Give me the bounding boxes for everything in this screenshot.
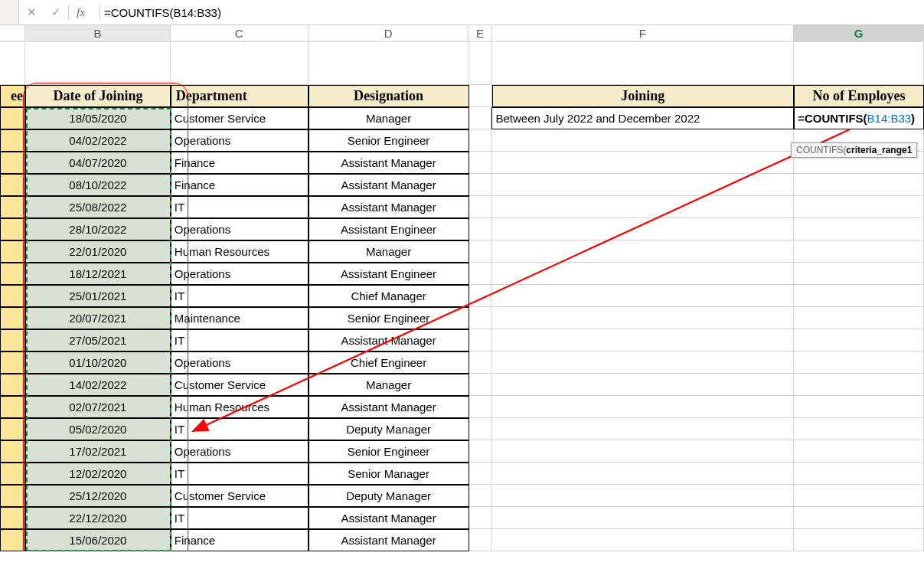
cell-employee[interactable] (0, 152, 25, 174)
cancel-button[interactable]: ✕ (19, 0, 44, 25)
cell-date[interactable]: 12/02/2020 (25, 463, 171, 485)
cell-date[interactable]: 25/01/2021 (25, 285, 171, 307)
cell-employee[interactable] (0, 174, 25, 196)
cell-date[interactable]: 28/10/2022 (25, 218, 171, 240)
cell-employee[interactable] (0, 440, 25, 463)
insert-function-button[interactable]: fx (69, 6, 100, 19)
cell-f[interactable] (491, 152, 794, 174)
col-header-c[interactable]: C (171, 25, 309, 42)
cell-desig[interactable]: Senior Engineer (309, 440, 469, 463)
cell-e-header[interactable] (469, 85, 492, 107)
cell-dept[interactable]: Operations (171, 218, 309, 240)
cell-dept[interactable]: Customer Service (171, 374, 309, 396)
cell-date[interactable]: 20/07/2021 (25, 307, 171, 329)
cell-dept[interactable]: IT (171, 329, 309, 351)
cell-f[interactable]: Between July 2022 and December 2022 (491, 107, 794, 129)
cell-e[interactable] (469, 485, 492, 507)
cell-g[interactable] (794, 418, 924, 440)
cell-g[interactable] (794, 196, 924, 218)
cell-g[interactable] (794, 329, 924, 351)
cell-employee[interactable] (0, 307, 25, 329)
cell-date[interactable]: 18/05/2020 (25, 107, 171, 129)
cell-e[interactable] (469, 285, 492, 307)
cell-f[interactable] (491, 463, 794, 485)
col-header-e[interactable]: E (469, 25, 491, 42)
col-header-d[interactable]: D (309, 25, 469, 42)
cell-e[interactable] (469, 218, 492, 240)
cell-f[interactable] (491, 307, 794, 329)
cell-employee[interactable] (0, 418, 25, 440)
cell-date[interactable]: 22/01/2020 (25, 240, 171, 263)
cell-desig[interactable]: Manager (309, 107, 469, 129)
cell-f[interactable] (491, 374, 794, 396)
cell-header-joining[interactable]: Joining (492, 85, 795, 107)
cell-date[interactable]: 02/07/2021 (25, 396, 171, 418)
cell-f[interactable] (491, 485, 794, 507)
cell-g[interactable] (794, 218, 924, 240)
cell-g[interactable] (794, 507, 924, 529)
cell-employee[interactable] (0, 463, 25, 485)
cell-header-employee[interactable]: ee (0, 85, 25, 107)
cell-g[interactable] (794, 351, 924, 374)
cell-e[interactable] (469, 263, 492, 285)
cell-dept[interactable]: Finance (171, 152, 309, 174)
cell-dept[interactable]: Customer Service (171, 107, 309, 129)
name-box[interactable] (0, 0, 19, 25)
cell-dept[interactable]: Finance (171, 529, 309, 551)
cell-desig[interactable]: Assistant Manager (309, 152, 469, 174)
cell-desig[interactable]: Assistant Manager (309, 196, 469, 218)
cell-dept[interactable]: IT (171, 418, 309, 440)
cell-dept[interactable]: Operations (171, 351, 309, 374)
cell-dept[interactable]: Human Resources (171, 240, 309, 263)
cell-f[interactable] (491, 418, 794, 440)
cell-f[interactable] (491, 507, 794, 529)
cell-f[interactable] (491, 240, 794, 263)
cell-f[interactable] (491, 196, 794, 218)
cell-date[interactable]: 04/07/2020 (25, 152, 171, 174)
cell-employee[interactable] (0, 351, 25, 374)
cell-desig[interactable]: Deputy Manager (309, 418, 469, 440)
cell-dept[interactable]: IT (171, 196, 309, 218)
cell-date[interactable]: 22/12/2020 (25, 507, 171, 529)
cell-header-date[interactable]: Date of Joining (25, 85, 171, 107)
cell-f[interactable] (491, 174, 794, 196)
cell-desig[interactable]: Assistant Manager (309, 174, 469, 196)
cell-dept[interactable]: IT (171, 463, 309, 485)
cell-g[interactable] (794, 463, 924, 485)
cell-employee[interactable] (0, 218, 25, 240)
cell-e[interactable] (469, 396, 492, 418)
cell-e[interactable] (469, 174, 492, 196)
cell-e[interactable] (469, 307, 492, 329)
cell-f[interactable] (491, 329, 794, 351)
cell-g[interactable] (794, 240, 924, 263)
cell-date[interactable]: 18/12/2021 (25, 263, 171, 285)
enter-button[interactable]: ✓ (44, 0, 68, 25)
cell-desig[interactable]: Assistant Manager (309, 329, 469, 351)
cell-e[interactable] (469, 529, 492, 551)
cell-g[interactable] (794, 440, 924, 463)
cell-desig[interactable]: Chief Engineer (309, 351, 469, 374)
col-header-f[interactable]: F (491, 25, 794, 42)
cell-employee[interactable] (0, 329, 25, 351)
cell-dept[interactable]: Customer Service (171, 485, 309, 507)
cell-employee[interactable] (0, 240, 25, 263)
cell-g[interactable] (794, 285, 924, 307)
col-header-b[interactable]: B (25, 25, 171, 42)
cell-employee[interactable] (0, 507, 25, 529)
cell-employee[interactable] (0, 107, 25, 129)
cell-employee[interactable] (0, 285, 25, 307)
cell-date[interactable]: 05/02/2020 (25, 418, 171, 440)
cell-e[interactable] (469, 152, 492, 174)
cell-date[interactable]: 17/02/2021 (25, 440, 171, 463)
cell-employee[interactable] (0, 263, 25, 285)
cell-header-desig[interactable]: Designation (309, 85, 469, 107)
col-header-g[interactable]: G (794, 25, 924, 42)
cell-e[interactable] (469, 374, 492, 396)
cell-date[interactable]: 04/02/2022 (25, 129, 171, 152)
cell-g[interactable] (794, 485, 924, 507)
cell-dept[interactable]: Maintenance (171, 307, 309, 329)
cell-header-dept[interactable]: Department (171, 85, 309, 107)
cell-dept[interactable]: Finance (171, 174, 309, 196)
cell-employee[interactable] (0, 485, 25, 507)
cell-header-count[interactable]: No of Employes (794, 85, 924, 107)
